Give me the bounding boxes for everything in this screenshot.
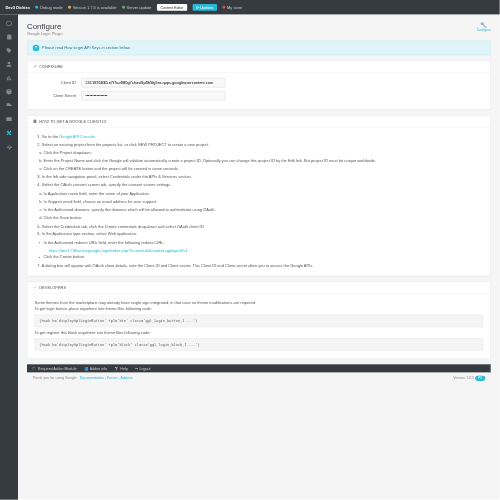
redirect-url-link[interactable]: https://dev3.7dfive.biz/google-login/ind… [49, 248, 188, 252]
configure-panel: Configure Client ID Client Secret [27, 60, 491, 109]
dev-text: To get login button, place anywhere into… [35, 306, 484, 313]
footer-bar: 🛡Required Addon Module 📘 Addon info ❔ He… [27, 364, 491, 372]
substep-item: Click the Save button. [44, 215, 484, 222]
substep-item: Enter the Project Name and click the Goo… [44, 157, 484, 164]
content: Configure Google Login Plugin 🔧 Configur… [18, 14, 500, 499]
bottom-bar: Thank you for using Google · Documentati… [27, 373, 491, 384]
version-available[interactable]: Version 1.7.5 is available [68, 5, 116, 9]
footer-item[interactable]: ↪ Logout [135, 366, 151, 370]
gauge-icon [6, 20, 12, 26]
page-header: Configure Google Login Plugin 🔧 Configur… [27, 22, 491, 36]
sidebar [0, 14, 18, 499]
bottom-links[interactable]: Documentation - Forum - Addons [80, 376, 133, 380]
footer-item[interactable]: ❔ Help [114, 366, 128, 370]
client-secret-input[interactable] [81, 91, 225, 100]
api-console-link[interactable]: Google API Console [59, 134, 95, 138]
sidebar-dashboard[interactable] [4, 18, 15, 29]
shield-icon: 🛡 [32, 366, 36, 370]
footer-item[interactable]: 📘 Addon info [84, 366, 107, 370]
panel-header: Developers [27, 282, 490, 294]
substep-item: Click on the CREATE button and the proje… [44, 166, 484, 173]
topbar: Dev3 Dickiex Debug mode Version 1.7.5 is… [0, 0, 500, 14]
sidebar-catalog[interactable] [4, 45, 15, 56]
debug-mode[interactable]: Debug mode [35, 5, 62, 9]
substep-item: In Support email field, choose an email … [44, 198, 484, 205]
dot-icon [222, 6, 225, 9]
dev-panel: Developers Some themes from the marketpl… [27, 281, 491, 358]
client-secret-label: Client Secret [35, 92, 82, 99]
code-block: {hook h='displayGplLoginButton' tpl='btn… [35, 315, 484, 328]
bullet-item: In the Authorized redirect URIs field, e… [44, 239, 484, 246]
step-item: In the left side navigation panel, selec… [42, 174, 483, 181]
client-id-label: Client ID [35, 79, 82, 86]
client-id-input[interactable] [81, 78, 225, 87]
version-badge: PS [475, 376, 485, 381]
substep-item: Click the Project dropdown. [44, 149, 484, 156]
dev-text: Some themes from the marketplace may alr… [35, 299, 484, 306]
step-item: Select the Credentials tab, click the Cr… [42, 223, 483, 230]
sidebar-gear[interactable] [4, 141, 15, 152]
code-icon [33, 285, 37, 289]
user-icon [6, 61, 12, 67]
step-item: Select the OAuth consent screen tab, spe… [42, 182, 483, 189]
card-icon [6, 116, 12, 122]
configure-tool[interactable]: 🔧 Configure [477, 22, 491, 32]
wrench-icon: 🔧 [480, 22, 487, 29]
dot-icon [122, 6, 125, 9]
sidebar-stats[interactable] [4, 73, 15, 84]
stats-icon [6, 75, 12, 81]
step-item: Select an existing project from the proj… [42, 141, 483, 148]
updates-button[interactable]: ⟳ Updates [192, 4, 216, 11]
panel-header: Configure [27, 61, 490, 73]
book-icon [33, 119, 37, 123]
sidebar-truck[interactable] [4, 100, 15, 111]
dot-icon [35, 6, 38, 9]
howto-panel: How to get a Google Client ID Go to the … [27, 115, 491, 276]
server-update[interactable]: Server update [122, 5, 152, 9]
clipboard-icon [6, 34, 12, 40]
substep-item: In the Authorized domains, specify the d… [44, 206, 484, 213]
page-subtitle: Google Login Plugin [27, 31, 63, 35]
question-icon: ? [33, 45, 39, 51]
dev-text: To get register this block anywhere into… [35, 329, 484, 336]
sidebar-world[interactable] [4, 86, 15, 97]
puzzle-icon [6, 130, 12, 136]
step-item: Go to the Google API Console. [42, 133, 483, 140]
sidebar-payment[interactable] [4, 114, 15, 125]
sidebar-orders[interactable] [4, 32, 15, 43]
footer-module[interactable]: 🛡Required Addon Module [32, 366, 76, 370]
content-editor-button[interactable]: Content Editor [157, 4, 187, 11]
info-bar: ? Please read How to get API Keys in sec… [27, 41, 491, 55]
panel-header: How to get a Google Client ID [27, 116, 490, 128]
bullet-item: Click the Create button. [44, 254, 484, 261]
brand[interactable]: Dev3 Dickiex [5, 5, 29, 9]
gear-icon [6, 143, 12, 149]
step-item: In the Application type section, select … [42, 231, 483, 238]
substep-item: In Application name field, enter the nam… [44, 190, 484, 197]
sidebar-modules[interactable] [4, 127, 15, 138]
globe-icon [6, 89, 12, 95]
page-title: Configure [27, 22, 63, 31]
my-store[interactable]: My store [222, 5, 242, 9]
step-item: A dialog box will appear with OAuth clie… [42, 262, 483, 269]
truck-icon [6, 102, 12, 108]
dot-icon [68, 6, 71, 9]
wrench-icon [33, 64, 37, 68]
code-block: {hook h='displayGplLoginButton' tpl='blo… [35, 338, 484, 351]
tag-icon [6, 48, 12, 54]
sidebar-customers[interactable] [4, 59, 15, 70]
